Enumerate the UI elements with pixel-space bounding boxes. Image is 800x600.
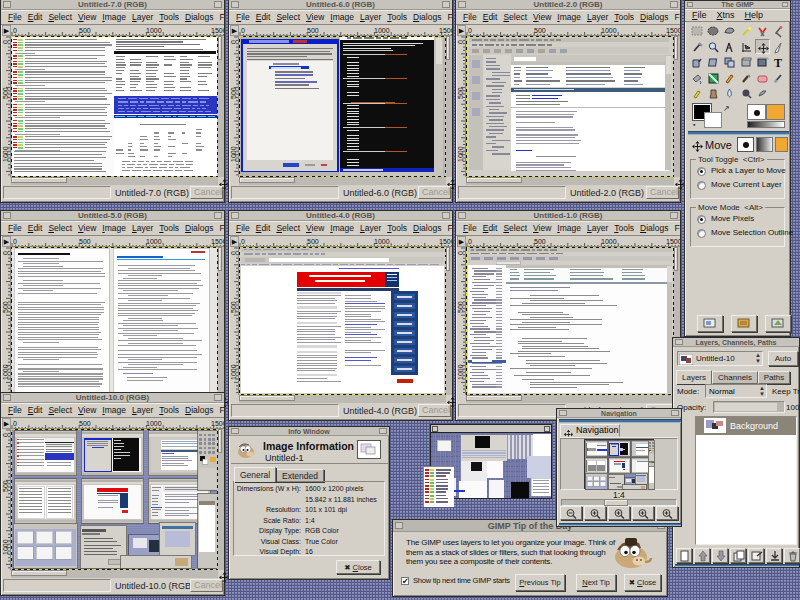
svg-text:0: 0 [13,420,17,427]
svg-text:1000: 1000 [230,364,237,380]
svg-text:1000: 1000 [2,364,9,380]
svg-text:0: 0 [241,27,245,34]
svg-text:500: 500 [79,27,91,34]
svg-text:1000: 1000 [146,420,162,427]
svg-text:1500: 1500 [439,27,452,34]
svg-text:500: 500 [79,238,91,245]
svg-text:1000: 1000 [2,146,9,162]
svg-text:1000: 1000 [457,146,464,162]
svg-text:0: 0 [457,251,464,255]
svg-text:1000: 1000 [457,364,464,380]
svg-text:0: 0 [230,251,237,255]
svg-text:500: 500 [2,87,9,99]
svg-text:500: 500 [307,27,319,34]
svg-text:1000: 1000 [601,27,617,34]
svg-text:0: 0 [2,433,9,437]
svg-text:1500: 1500 [211,238,224,245]
svg-text:1500: 1500 [211,420,224,427]
svg-text:500: 500 [534,238,546,245]
svg-text:0: 0 [457,40,464,44]
svg-text:1000: 1000 [146,27,162,34]
svg-text:500: 500 [79,420,91,427]
svg-text:0: 0 [468,27,472,34]
svg-text:500: 500 [230,301,237,313]
svg-text:T: T [774,56,782,69]
svg-text:1500: 1500 [666,238,680,245]
svg-text:1500: 1500 [666,27,680,34]
svg-text:500: 500 [307,238,319,245]
svg-text:0: 0 [2,251,9,255]
svg-text:1000: 1000 [230,146,237,162]
svg-text:0: 0 [241,238,245,245]
svg-text:1000: 1000 [601,238,617,245]
svg-text:0: 0 [13,238,17,245]
svg-text:1500: 1500 [211,27,224,34]
svg-text:500: 500 [2,301,9,313]
svg-text:0: 0 [2,40,9,44]
svg-text:500: 500 [2,480,9,492]
svg-text:0: 0 [230,40,237,44]
svg-text:1000: 1000 [2,539,9,555]
svg-text:1000: 1000 [374,27,390,34]
svg-text:0: 0 [13,27,17,34]
svg-text:0: 0 [468,238,472,245]
svg-text:1000: 1000 [374,238,390,245]
svg-text:500: 500 [534,27,546,34]
svg-text:1500: 1500 [439,238,452,245]
svg-text:500: 500 [457,87,464,99]
svg-text:1000: 1000 [146,238,162,245]
svg-text:500: 500 [457,301,464,313]
svg-text:500: 500 [230,87,237,99]
